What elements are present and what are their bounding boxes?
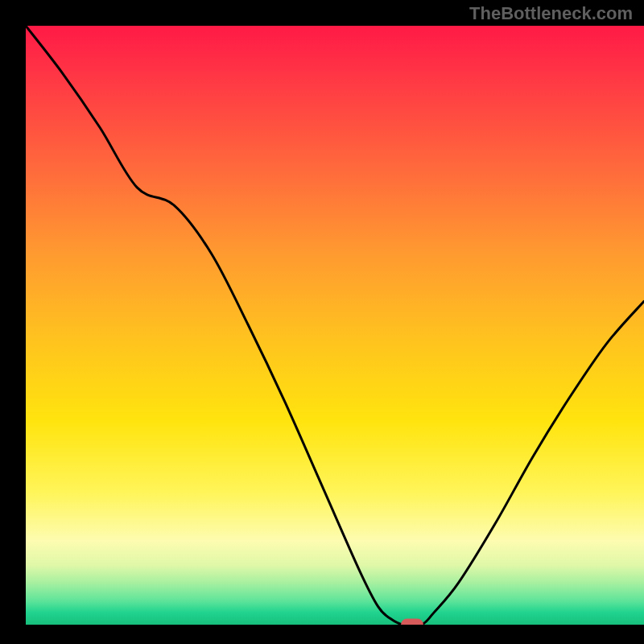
chart-container: TheBottleneck.com [0,0,644,644]
attribution-label: TheBottleneck.com [469,3,633,24]
bottleneck-curve [26,26,644,625]
plot-area [26,26,644,625]
optimal-marker [401,619,423,625]
